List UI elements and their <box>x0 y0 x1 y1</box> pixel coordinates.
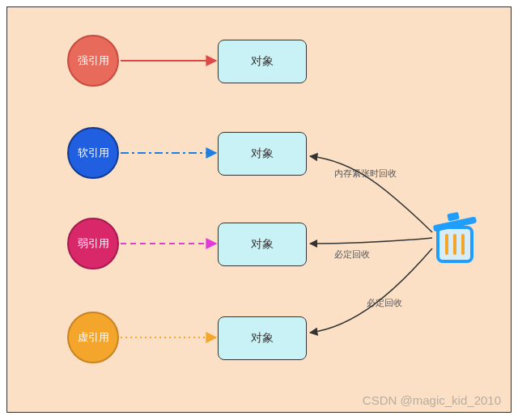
edge-gc-weak <box>310 238 432 244</box>
edge-label-gc-weak: 必定回收 <box>334 248 370 261</box>
watermark: CSDN @magic_kid_2010 <box>363 393 501 407</box>
node-object-soft: 对象 <box>218 132 307 176</box>
node-object-phantom: 对象 <box>218 316 307 360</box>
edge-label-gc-soft: 内存紧张时回收 <box>334 168 397 180</box>
node-phantom-ref: 虚引用 <box>67 312 119 363</box>
node-label: 对象 <box>251 331 274 346</box>
node-object-weak: 对象 <box>218 223 307 266</box>
node-label: 对象 <box>251 146 274 161</box>
edge-label-gc-phantom: 必定回收 <box>367 297 402 309</box>
svg-rect-5 <box>447 212 460 222</box>
node-label: 虚引用 <box>78 330 109 345</box>
svg-rect-4 <box>433 216 477 231</box>
node-object-strong: 对象 <box>218 40 307 83</box>
node-weak-ref: 弱引用 <box>67 218 119 269</box>
trash-icon <box>433 212 477 261</box>
node-label: 对象 <box>251 54 274 69</box>
edge-gc-phantom <box>310 248 432 333</box>
node-label: 对象 <box>251 237 274 252</box>
node-label: 强引用 <box>78 53 109 68</box>
node-label: 弱引用 <box>78 236 109 251</box>
diagram-frame: 强引用 软引用 弱引用 虚引用 对象 对象 对象 对象 内存紧张时回收 必定回收… <box>6 6 512 413</box>
node-strong-ref: 强引用 <box>67 35 119 87</box>
node-label: 软引用 <box>78 146 109 160</box>
node-soft-ref: 软引用 <box>67 127 119 179</box>
svg-rect-0 <box>438 227 472 261</box>
